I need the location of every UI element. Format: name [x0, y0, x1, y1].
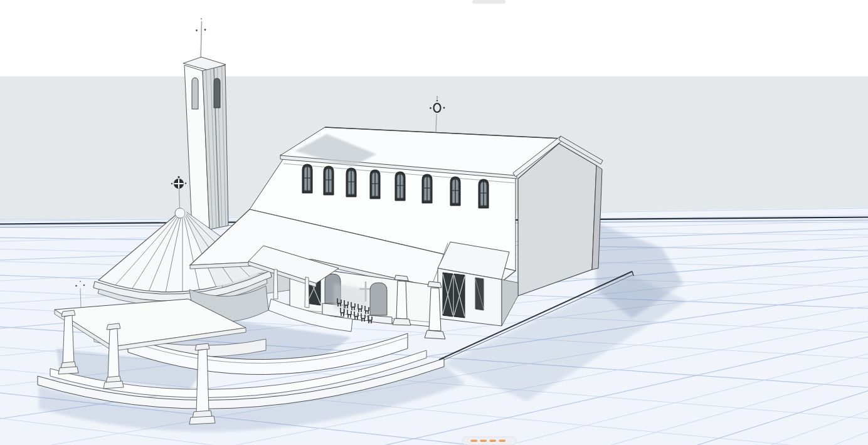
arched-window[interactable]: [324, 166, 334, 195]
bottom-sheet-dash: [480, 440, 487, 442]
x-braced-door-left[interactable]: [443, 273, 453, 317]
ball-finial: [175, 208, 185, 218]
arched-window[interactable]: [370, 170, 380, 199]
bottom-sheet-dash: [490, 440, 497, 442]
arched-window[interactable]: [450, 177, 460, 206]
tower-slot-east: [214, 78, 220, 108]
bottom-sheet-panel[interactable]: [462, 437, 516, 445]
arched-window[interactable]: [346, 168, 356, 197]
bottom-sheet-dash: [499, 440, 506, 442]
arched-window[interactable]: [395, 172, 405, 201]
arched-window[interactable]: [302, 164, 312, 193]
arched-window[interactable]: [479, 179, 489, 208]
top-drag-handle[interactable]: [472, 0, 505, 4]
entry-porch[interactable]: [438, 242, 518, 326]
narthex-post-2: [305, 277, 309, 308]
tower-slot-west: [192, 78, 198, 109]
bottom-sheet-dash: [471, 440, 478, 442]
bottom-sheet-peek[interactable]: [462, 437, 516, 445]
sky: [0, 0, 868, 76]
narthex-post-1: [273, 270, 278, 299]
arched-niche-2: [370, 283, 387, 315]
3d-viewport[interactable]: [0, 0, 868, 445]
x-braced-door-right[interactable]: [454, 274, 465, 318]
arched-window[interactable]: [422, 174, 432, 203]
app-window: [0, 0, 868, 445]
